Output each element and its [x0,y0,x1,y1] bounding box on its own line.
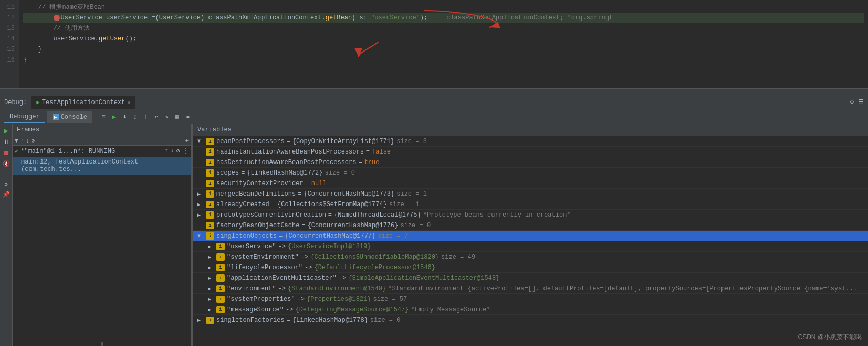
run-to-cursor-icon[interactable]: ↶ [151,113,161,122]
variable-row-17[interactable]: ▶i"messageSource" -> {DelegatingMessageS… [193,304,868,315]
filter-icon[interactable]: ▼ [15,138,18,144]
var-arrow: -> [301,253,308,261]
stop-button[interactable]: ⏹ [3,149,9,157]
step-into-icon[interactable]: ↧ [130,113,140,122]
var-value: {ConcurrentHashMap@1776} [308,222,399,229]
thread-label: *"main"@1 i...n*: RUNNING [20,148,115,155]
settings-button[interactable]: ⚙ [4,181,8,188]
expand-btn[interactable]: ▶ [197,201,204,208]
frames-icon[interactable]: ▦ [172,113,182,122]
thread-down-icon[interactable]: ↓ [171,147,174,155]
mute-button[interactable]: 🔇 [3,160,10,167]
variables-icon[interactable]: ≔ [183,113,192,122]
variable-row-12[interactable]: ▶i"systemEnvironment" -> {Collections$Un… [193,252,868,262]
expand-btn[interactable]: ▶ [208,286,214,292]
var-value: true [364,159,380,166]
var-value: {DelegatingMessageSource@1547} [295,306,409,313]
thread-status-icon: ✔ [15,147,18,155]
resume-icon[interactable]: ▶ [109,113,119,122]
var-value: {DefaultLifecycleProcessor@1546} [314,264,435,271]
expand-btn[interactable]: ▼ [197,138,204,144]
var-name: "systemProperties" [227,296,295,303]
var-name: scopes [216,169,239,177]
tab-close-button[interactable]: ✕ [127,99,130,106]
var-type-icon: i [216,274,225,282]
var-type-icon: i [216,243,225,250]
evaluate-icon[interactable]: ↷ [162,113,171,122]
frames-resizer-bottom[interactable] [101,344,103,346]
expand-btn[interactable]: ▶ [208,296,214,302]
console-tab-label: Console [61,114,87,121]
frames-add-icon[interactable]: + [185,138,189,144]
frames-header: Frames [13,124,191,136]
thread-filter-icon[interactable]: ⊘ [176,147,180,155]
variable-row-15[interactable]: ▶i"environment" -> {StandardEnvironment@… [193,283,868,294]
pin-button[interactable]: 📌 [3,191,10,198]
step-over-icon[interactable]: ⬇ [120,113,129,122]
debug-tab[interactable]: ▶ TestApplicationContext ✕ [31,96,135,109]
variable-row-1[interactable]: ▼ibeanPostProcessors={CopyOnWriteArrayLi… [193,136,868,147]
line-numbers: 11 12 13 14 15 16 [0,0,19,88]
var-extra: size = 0 [325,169,355,177]
expand-btn[interactable]: ▼ [197,233,204,239]
variable-row-14[interactable]: ▶i"applicationEventMulticaster" -> {Simp… [193,273,868,283]
variable-row-3[interactable]: ihasDestructionAwareBeanPostProcessors=t… [193,157,868,168]
var-value: {Collections$SetFromMap@1774} [277,201,387,208]
variable-row-4[interactable]: iscopes={LinkedHashMap@1772}size = 0 [193,168,868,178]
left-sidebar: ▶ ⏸ ⏹ 🔇 ⚙ 📌 [0,124,13,346]
thread-more-icon[interactable]: ⋮ [182,147,189,155]
expand-btn[interactable]: ▶ [208,243,214,250]
var-type-icon: i [216,296,225,303]
breakpoint-icon [54,15,60,21]
frames-filter-icon[interactable]: ⊘ [32,137,35,144]
variable-row-8[interactable]: ▶iprototypesCurrentlyInCreation={NamedTh… [193,210,868,220]
tab-debugger[interactable]: Debugger [4,111,45,123]
expand-btn[interactable]: ▶ [197,191,204,197]
variable-row-18[interactable]: ▶isingletonFactories={LinkedHashMap@1778… [193,315,868,325]
variables-title: Variables [197,126,232,134]
frame-entry-text: main:12, TestApplicationContext (com.tec… [21,158,138,173]
var-name: factoryBeanObjectCache [216,222,299,229]
frame-entry[interactable]: main:12, TestApplicationContext (com.tec… [13,157,191,175]
expand-btn[interactable]: ▶ [208,307,214,313]
variable-row-6[interactable]: ▶imergedBeanDefinitions={ConcurrentHashM… [193,189,868,199]
var-type-icon: i [206,180,214,187]
frames-down-icon[interactable]: ↓ [26,138,29,144]
code-scrollbar[interactable] [0,88,868,95]
debugger-tab-label: Debugger [9,113,40,120]
var-extra: size = 57 [373,296,407,303]
expand-btn[interactable]: ▶ [208,264,214,271]
var-extra: *Empty MessageSource* [411,306,490,313]
tab-console[interactable]: ▶ Console [47,111,92,123]
expand-btn[interactable]: ▶ [208,275,214,281]
var-equals: = [287,317,290,324]
thread-up-icon[interactable]: ↑ [164,147,168,155]
variable-row-5[interactable]: isecurityContextProvider=null [193,178,868,189]
variable-row-13[interactable]: ▶i"lifecycleProcessor" -> {DefaultLifecy… [193,262,868,273]
pause-button[interactable]: ⏸ [3,138,9,146]
step-out-icon[interactable]: ↑ [141,113,150,122]
expand-btn[interactable]: ▶ [197,317,204,323]
var-extra: size = 1 [396,190,427,198]
debug-toolbar: Debugger ▶ Console ≡ ▶ ⬇ ↧ ↑ ↶ ↷ ▦ ≔ [0,110,868,124]
list-icon[interactable]: ≡ [99,113,108,122]
variable-row-2[interactable]: ihasInstantiationAwareBeanPostProcessors… [193,147,868,157]
variable-row-16[interactable]: ▶i"systemProperties" -> {Properties@1821… [193,294,868,304]
var-value: {UserServiceImpl@1819} [288,243,371,250]
expand-btn[interactable]: ▶ [197,212,204,218]
frames-up-icon[interactable]: ↑ [20,138,24,144]
settings-icon[interactable]: ⚙ [850,98,854,106]
variable-row-7[interactable]: ▶ialreadyCreated={Collections$SetFromMap… [193,199,868,210]
var-name: "systemEnvironment" [227,253,299,261]
code-line-16: } [23,55,864,65]
variable-row-10[interactable]: ▼isingletonObjects={ConcurrentHashMap@17… [193,231,868,241]
frames-toolbar: ▼ ↑ ↓ ⊘ + [13,136,191,146]
variable-row-11[interactable]: ▶i"userService" -> {UserServiceImpl@1819… [193,241,868,252]
play-button[interactable]: ▶ [4,126,8,135]
var-equals: = [328,211,332,219]
console-icon: ▶ [53,114,59,120]
menu-icon[interactable]: ☰ [858,98,864,106]
variable-row-9[interactable]: ifactoryBeanObjectCache={ConcurrentHashM… [193,220,868,231]
expand-btn[interactable]: ▶ [208,254,214,260]
tab-label: TestApplicationContext [42,99,125,106]
